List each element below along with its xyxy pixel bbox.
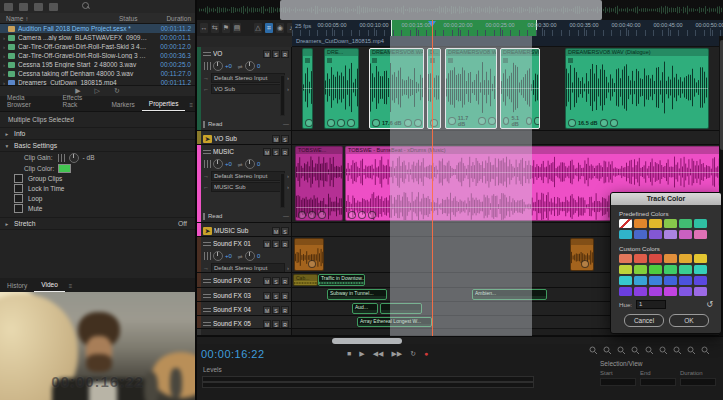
audio-clip-fx4[interactable] [380, 303, 422, 314]
color-swatch[interactable] [664, 287, 677, 296]
automation-mode-select[interactable]: Read [208, 213, 222, 219]
audio-clip-fx2[interactable]: Traffic in Downtow... [318, 274, 365, 286]
solo-button[interactable]: S [272, 148, 280, 156]
volume-knob[interactable] [213, 159, 223, 169]
clip-gain-value[interactable]: - dB [83, 154, 95, 161]
clip-gain-knob[interactable] [308, 260, 316, 268]
clip-envelope-toggle[interactable] [318, 211, 326, 219]
tab-properties[interactable]: Properties [142, 97, 186, 111]
file-row[interactable]: Audition Fall 2018 Demo Project.sesx *00… [0, 24, 195, 33]
session-overview-bar[interactable] [197, 0, 723, 21]
panel-menu-icon[interactable]: ≡ [187, 99, 195, 111]
file-row[interactable]: ›Camera ...aly slow_BLASTWAVEFX_09092 48… [0, 33, 195, 42]
color-swatch[interactable] [679, 265, 692, 274]
color-swatch[interactable] [649, 254, 662, 263]
color-swatch[interactable] [634, 287, 647, 296]
hue-value-field[interactable]: 1 [636, 300, 666, 309]
clip-fade-handle[interactable] [358, 211, 366, 219]
column-name[interactable]: Name ↑ [0, 15, 119, 22]
color-swatch[interactable] [694, 254, 707, 263]
file-row[interactable]: ›Car-Tire-Off-Gravel-Dirt-Roll-Fast-Skid… [0, 42, 195, 51]
color-swatch[interactable] [619, 254, 632, 263]
track-header-fx2[interactable]: Sound FX 02MSR [197, 273, 292, 287]
mute-button[interactable]: M [263, 240, 271, 248]
arm-button[interactable]: R [281, 50, 289, 58]
track-header-vosub[interactable]: ➤VO SubMS [197, 131, 292, 144]
reset-hue-icon[interactable]: ↺ [706, 300, 713, 309]
tab-history[interactable]: History [0, 279, 34, 292]
solo-button[interactable]: S [272, 277, 280, 285]
overview-visible-range[interactable] [280, 0, 602, 20]
track-color-strip[interactable] [197, 131, 201, 144]
mute-button[interactable]: M [263, 320, 271, 328]
mute-button[interactable]: M [272, 135, 280, 143]
stop-button[interactable]: ■ [347, 350, 351, 358]
io-selector[interactable]: VO Sub [211, 84, 285, 94]
clip-gain-knob[interactable] [69, 153, 79, 163]
rewind-button[interactable]: ◀◀ [373, 350, 384, 358]
razor-tool-icon[interactable]: ⇆ [211, 23, 219, 33]
solo-button[interactable]: S [272, 320, 280, 328]
ok-button[interactable]: OK [669, 314, 709, 327]
audio-clip-fx2[interactable]: Cab... [293, 274, 318, 286]
time-selection-tool-icon[interactable]: ▤ [233, 23, 241, 33]
play-button[interactable]: ▶ [359, 350, 364, 358]
track-header-vo[interactable]: VOMSR+0⇌0→Default Stereo Input›←VO Sub›R… [197, 47, 292, 130]
record-button[interactable]: ● [424, 350, 428, 358]
no-color-swatch[interactable] [619, 219, 632, 228]
zoom-icon[interactable] [603, 346, 612, 355]
color-swatch[interactable] [679, 276, 692, 285]
solo-button[interactable]: S [281, 227, 289, 235]
audio-clip-fx1[interactable] [294, 238, 324, 271]
track-header-fx4[interactable]: Sound FX 04MSR [197, 302, 292, 315]
arm-button[interactable]: R [281, 240, 289, 248]
open-file-icon[interactable] [4, 3, 13, 11]
audio-clip-vo[interactable]: DRE... [324, 48, 359, 129]
clip-fx-badge[interactable] [448, 58, 453, 63]
arm-button[interactable]: R [281, 148, 289, 156]
color-swatch[interactable] [694, 219, 707, 228]
snap-icon[interactable]: ⌗ [265, 23, 273, 33]
clip-gain-knob[interactable] [305, 119, 313, 127]
zoom-icon[interactable] [659, 346, 668, 355]
disclosure-chevron-icon[interactable]: › [0, 71, 8, 77]
solo-button[interactable]: S [272, 240, 280, 248]
clip-fade-handle[interactable] [440, 119, 441, 127]
clip-gain-knob[interactable] [298, 211, 306, 219]
clip-envelope-toggle[interactable] [610, 119, 618, 127]
clip-fade-handle[interactable] [526, 117, 532, 125]
solo-button[interactable]: S [272, 50, 280, 58]
clip-fade-handle[interactable] [308, 211, 316, 219]
track-lane-vosub[interactable] [292, 131, 723, 144]
color-swatch[interactable] [694, 276, 707, 285]
track-color-strip[interactable] [197, 145, 201, 222]
audio-clip-vo[interactable]: DREAMERSVO8.WAV (D...11.7 dB [445, 48, 497, 129]
tab-markers[interactable]: Markers [104, 98, 141, 111]
checkbox[interactable] [14, 194, 23, 203]
color-swatch[interactable] [679, 287, 692, 296]
color-swatch[interactable] [634, 254, 647, 263]
zoom-icon[interactable] [617, 346, 626, 355]
io-selector[interactable]: Default Stereo Input [211, 73, 285, 83]
volume-knob[interactable] [213, 61, 223, 71]
clip-fx-badge[interactable] [503, 58, 508, 63]
mute-button[interactable]: M [263, 148, 271, 156]
arm-button[interactable]: R [281, 306, 289, 314]
clip-envelope-toggle[interactable] [414, 119, 422, 127]
clip-fade-handle[interactable] [478, 117, 486, 125]
volume-fader-icon[interactable] [203, 252, 211, 260]
solo-button[interactable]: S [272, 292, 280, 300]
audio-clip-vo[interactable]: D... [427, 48, 441, 129]
color-swatch[interactable] [634, 219, 647, 228]
volume-fader-icon[interactable] [203, 160, 211, 168]
color-swatch[interactable] [634, 265, 647, 274]
minimize-icon[interactable]: — [283, 121, 289, 127]
fader-icon[interactable] [57, 154, 65, 162]
track-header-musicsub[interactable]: ➤MUSIC SubMS [197, 223, 292, 236]
pan-knob[interactable] [245, 159, 255, 169]
track-header-fx6[interactable] [197, 329, 292, 335]
solo-button[interactable]: S [272, 306, 280, 314]
color-swatch[interactable] [664, 219, 677, 228]
audio-clip-vo[interactable]: DREAMERSVO8.WAV (Dialogue)16.5 dB [565, 48, 709, 129]
clip-gain-knob[interactable] [348, 211, 356, 219]
